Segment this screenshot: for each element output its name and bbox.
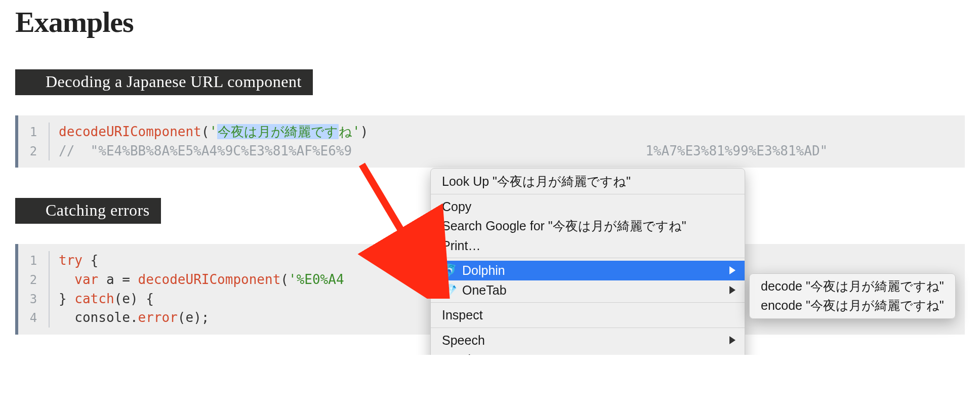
code-line[interactable]: } catch(e) { [59, 290, 154, 309]
code-punc: = [114, 272, 138, 287]
code-var: a [106, 272, 114, 287]
ctx-copy[interactable]: Copy [431, 197, 745, 217]
dolphin-icon: 🐬 [442, 264, 457, 276]
ctx-dolphin-label: Dolphin [462, 262, 505, 279]
ctx-print[interactable]: Print… [431, 236, 745, 256]
code-kw: try [59, 253, 83, 268]
submenu-arrow-icon [729, 266, 736, 274]
code-comment-right: 1%A7%E3%81%99%E3%81%AD" [645, 143, 828, 158]
context-menu[interactable]: Look Up "今夜は月が綺麗ですね" Copy Search Google … [430, 168, 745, 355]
ctx-services[interactable]: Services [431, 350, 745, 355]
line-number: 1 [18, 252, 49, 270]
code-paren: ( [201, 124, 210, 139]
code-paren: ) [360, 124, 369, 139]
code-line[interactable]: try { [59, 251, 98, 270]
ctx-dolphin[interactable]: 🐬 Dolphin [431, 261, 745, 280]
code-kw: catch [74, 291, 114, 306]
ctx-speech[interactable]: Speech [431, 331, 745, 350]
ctx-onetab-label: OneTab [462, 282, 507, 299]
submenu-decode[interactable]: decode "今夜は月が綺麗ですね" [750, 277, 955, 296]
code-block-japanese[interactable]: 1 decodeURIComponent('今夜は月が綺麗ですね') 2 // … [15, 115, 965, 168]
ctx-separator [431, 302, 745, 303]
ctx-separator [431, 328, 745, 328]
line-number: 1 [18, 124, 49, 141]
ctx-search-google[interactable]: Search Google for "今夜は月が綺麗ですね" [431, 216, 745, 236]
submenu-encode[interactable]: encode "今夜は月が綺麗ですね" [750, 296, 955, 315]
code-punc: ( [280, 272, 289, 287]
code-str-tail: ね [339, 124, 352, 139]
code-comment-left: // "%E4%BB%8A%E5%A4%9C%E3%81%AF%E6%9 [59, 143, 352, 158]
ctx-inspect[interactable]: Inspect [431, 305, 745, 325]
ctx-services-label: Services [442, 351, 491, 355]
section-heading-japanese: Decoding a Japanese URL component [15, 69, 313, 95]
line-number: 3 [18, 291, 49, 308]
selected-text[interactable]: 今夜は月が綺麗です [217, 124, 339, 139]
line-number: 2 [18, 143, 49, 160]
page: Examples Decoding a Japanese URL compone… [0, 5, 980, 355]
code-quote: ' [352, 124, 360, 139]
code-fn: decodeURIComponent [138, 272, 281, 287]
section-heading-errors: Catching errors [15, 198, 161, 224]
page-title: Examples [15, 5, 965, 39]
ctx-separator [431, 258, 745, 258]
code-line[interactable]: // "%E4%BB%8A%E5%A4%9C%E3%81%AF%E6%91%A7… [59, 142, 828, 161]
ctx-lookup[interactable]: Look Up "今夜は月が綺麗ですね" [431, 172, 745, 191]
code-kw: var [74, 272, 98, 287]
code-str: '%E0%A4 [289, 272, 344, 287]
code-punc: } [59, 291, 74, 306]
ctx-speech-label: Speech [442, 332, 485, 349]
ctx-separator [431, 194, 745, 194]
code-line[interactable]: decodeURIComponent('今夜は月が綺麗ですね') [59, 123, 368, 142]
line-number: 4 [18, 309, 49, 327]
line-number: 2 [18, 271, 49, 289]
code-quote: ' [209, 124, 217, 139]
submenu-arrow-icon [729, 286, 736, 294]
code-indent [59, 310, 74, 325]
code-obj: console [74, 310, 130, 325]
context-submenu[interactable]: decode "今夜は月が綺麗ですね" encode "今夜は月が綺麗ですね" [749, 273, 956, 319]
code-punc: (e); [178, 310, 210, 325]
code-method: error [138, 310, 178, 325]
code-fn: decodeURIComponent [59, 124, 201, 139]
code-line[interactable]: var a = decodeURIComponent('%E0%A4 [59, 270, 344, 290]
code-line[interactable]: console.error(e); [59, 308, 209, 328]
code-punc: { [83, 253, 98, 268]
code-indent [59, 272, 74, 287]
ctx-onetab[interactable]: 💎 OneTab [431, 280, 745, 300]
onetab-icon: 💎 [442, 284, 457, 296]
code-punc: . [130, 310, 138, 325]
submenu-arrow-icon [729, 336, 736, 344]
code-punc: (e) { [114, 291, 154, 306]
